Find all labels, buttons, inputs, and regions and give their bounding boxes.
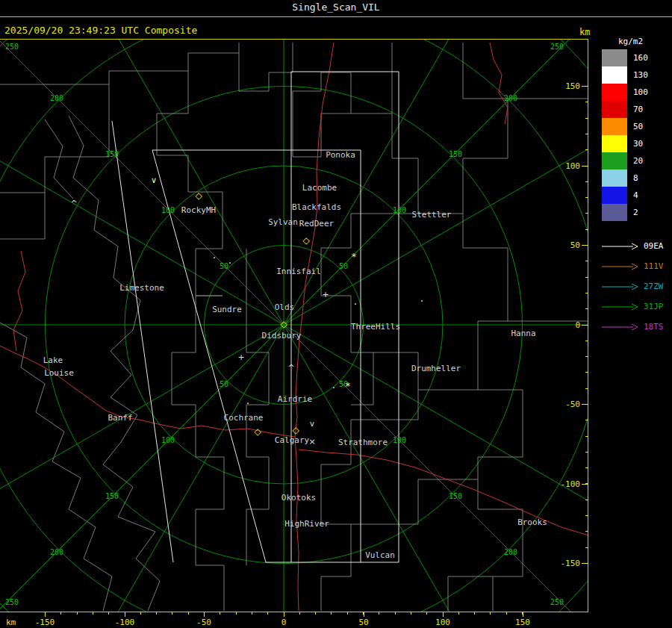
colorbar-swatch	[602, 49, 627, 66]
map-linework	[0, 39, 588, 612]
colorbar-row: 8	[602, 170, 648, 187]
bottom-axis-minor-tick	[284, 612, 284, 615]
bottom-axis-minor-tick	[252, 612, 252, 615]
bottom-axis-minor-tick	[236, 612, 237, 615]
title-separator	[0, 16, 672, 17]
bottom-axis-label: 100	[435, 618, 450, 627]
colorbar: 16013010070503020842	[602, 49, 648, 221]
radar-arrow-icon	[600, 282, 639, 291]
radar-arrow-icon	[600, 323, 639, 332]
colorbar-row: 2	[602, 204, 648, 221]
radar-id: 09EA	[644, 241, 664, 251]
bottom-axis-minor-tick	[395, 612, 396, 615]
radar-app-window: Single_Scan_VIL 2025/09/20 23:49:23 UTC …	[0, 0, 672, 628]
map-canvas[interactable]	[0, 39, 588, 612]
colorbar-swatch	[602, 101, 627, 118]
bottom-axis-minor-tick	[363, 612, 364, 615]
bottom-axis-minor-tick	[458, 612, 459, 615]
road-lines	[0, 43, 588, 611]
colorbar-swatch	[602, 135, 627, 152]
colorbar-value: 50	[633, 122, 643, 131]
km-unit-bottom: km	[6, 618, 16, 627]
bottom-axis-label: -50	[196, 618, 211, 627]
scan-timestamp: 2025/09/20 23:49:23 UTC Composite	[4, 25, 197, 36]
bottom-axis-minor-tick	[426, 612, 427, 615]
boundary-lines	[0, 43, 588, 611]
bottom-axis-minor-tick	[204, 612, 205, 615]
bottom-axis-minor-tick	[108, 612, 109, 615]
azimuth-spoke	[284, 325, 588, 612]
radar-id: 27ZW	[644, 282, 664, 291]
bottom-axis-minor-tick	[411, 612, 411, 615]
azimuth-spoke	[284, 41, 588, 325]
radar-legend-item: 18TS	[600, 317, 664, 337]
km-unit-top: km	[579, 27, 590, 37]
azimuth-spoke	[0, 325, 284, 612]
colorbar-row: 100	[602, 84, 648, 101]
radar-legend-item: 31JP	[600, 296, 664, 317]
colorbar-value: 20	[633, 156, 643, 166]
radar-arrow-icon	[600, 302, 639, 311]
bottom-axis-minor-tick	[125, 612, 125, 615]
colorbar-title: kg/m2	[618, 37, 643, 46]
range-ring	[0, 39, 588, 612]
bottom-axis-minor-tick	[315, 612, 316, 615]
bottom-axis-minor-tick	[522, 612, 523, 615]
colorbar-swatch	[602, 187, 627, 204]
azimuth-spoke	[0, 39, 284, 325]
azimuth-spoke	[284, 325, 567, 612]
window-title: Single_Scan_VIL	[292, 1, 379, 13]
radar-id: 111V	[644, 261, 664, 271]
colorbar-value: 160	[633, 53, 648, 63]
bottom-axis-minor-tick	[93, 612, 93, 615]
bottom-axis-minor-tick	[77, 612, 78, 615]
colorbar-value: 2	[633, 208, 638, 217]
colorbar-value: 8	[633, 173, 638, 183]
bottom-axis-tick	[364, 612, 364, 617]
bottom-axis-minor-tick	[443, 612, 444, 615]
range-ring	[0, 39, 588, 612]
bottom-axis-minor-tick	[267, 612, 268, 615]
colorbar-row: 30	[602, 135, 648, 152]
radar-legend-item: 111V	[600, 256, 664, 276]
bottom-axis-minor-tick	[474, 612, 475, 615]
colorbar-row: 70	[602, 101, 648, 118]
bottom-axis-label: 50	[358, 618, 368, 627]
colorbar-swatch	[602, 170, 627, 187]
colorbar-swatch	[602, 66, 627, 84]
bottom-axis: km -150-100-50050100150	[0, 612, 588, 628]
colorbar-swatch	[602, 84, 627, 101]
radar-id: 18TS	[644, 322, 664, 332]
bottom-axis-label: -150	[35, 618, 55, 627]
bottom-axis-minor-tick	[490, 612, 491, 615]
colorbar-value: 4	[633, 190, 638, 200]
colorbar-swatch	[602, 152, 627, 170]
colorbar-row: 130	[602, 66, 648, 84]
coverage-outlines	[112, 72, 399, 562]
bottom-axis-minor-tick	[156, 612, 157, 615]
colorbar-row: 4	[602, 187, 648, 204]
colorbar-row: 160	[602, 49, 648, 66]
bottom-axis-minor-tick	[140, 612, 141, 615]
bottom-axis-minor-tick	[379, 612, 379, 615]
azimuth-spoke	[284, 39, 588, 325]
colorbar-row: 50	[602, 118, 648, 135]
radar-legend-item: 09EA	[600, 236, 664, 256]
colorbar-value: 30	[633, 139, 643, 149]
axis-frame	[0, 39, 588, 612]
bottom-axis-tick	[523, 612, 523, 617]
bottom-axis-label: 0	[281, 618, 287, 627]
azimuth-spoke	[284, 325, 588, 609]
title-bar: Single_Scan_VIL	[0, 0, 672, 16]
radar-arrow-icon	[600, 262, 639, 271]
radar-legend: 09EA111V27ZW31JP18TS	[600, 236, 664, 337]
bottom-axis-minor-tick	[331, 612, 332, 615]
bottom-axis-minor-tick	[172, 612, 172, 615]
bottom-axis-minor-tick	[220, 612, 220, 615]
colorbar-value: 130	[633, 70, 648, 80]
bottom-axis-minor-tick	[299, 612, 300, 615]
bottom-axis-minor-tick	[506, 612, 507, 615]
radar-arrow-icon	[600, 242, 639, 251]
radar-id: 31JP	[644, 302, 664, 311]
bottom-axis-label: -100	[115, 618, 135, 627]
